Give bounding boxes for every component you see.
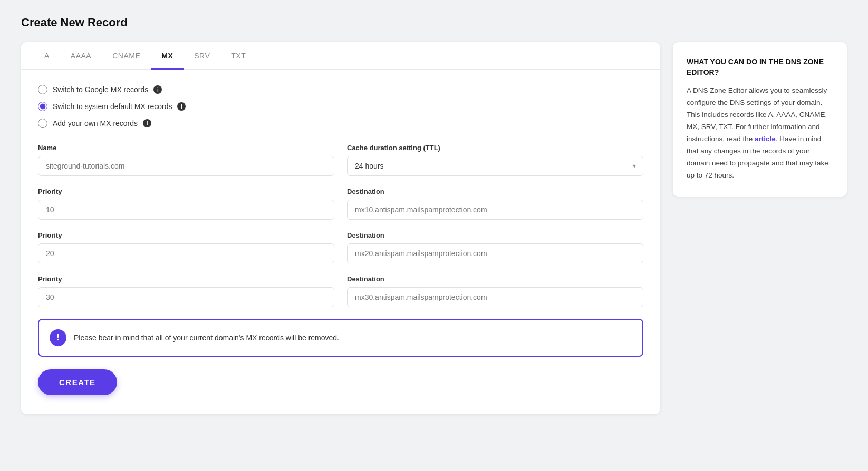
info-icon-own[interactable]: i bbox=[143, 119, 151, 127]
info-icon-google[interactable]: i bbox=[153, 85, 162, 94]
create-button[interactable]: CREATE bbox=[38, 369, 117, 395]
tab-cname[interactable]: CNAME bbox=[102, 42, 151, 70]
tab-aaaa[interactable]: AAAA bbox=[60, 42, 102, 70]
main-layout: A AAAA CNAME MX SRV TXT Switch to Google… bbox=[21, 42, 847, 414]
warning-box: ! Please bear in mind that all of your c… bbox=[38, 319, 643, 357]
ttl-group: Cache duration setting (TTL) 1 hour 4 ho… bbox=[347, 144, 643, 176]
priority-label-3: Priority bbox=[38, 275, 334, 283]
main-card: A AAAA CNAME MX SRV TXT Switch to Google… bbox=[21, 42, 660, 414]
priority-group-2: Priority bbox=[38, 231, 334, 263]
destination-group-2: Destination bbox=[347, 231, 643, 263]
priority-input-3[interactable] bbox=[38, 287, 334, 307]
radio-own-label: Add your own MX records bbox=[53, 119, 138, 127]
name-label: Name bbox=[38, 144, 334, 152]
priority-label-1: Priority bbox=[38, 188, 334, 195]
priority-group-1: Priority bbox=[38, 188, 334, 220]
tab-txt[interactable]: TXT bbox=[220, 42, 256, 70]
warning-icon: ! bbox=[50, 329, 66, 346]
mx-options-group: Switch to Google MX records i Switch to … bbox=[38, 85, 643, 128]
warning-text: Please bear in mind that all of your cur… bbox=[74, 333, 339, 342]
mx-row-1: Priority Destination bbox=[38, 188, 643, 220]
radio-system[interactable]: Switch to system default MX records i bbox=[38, 102, 643, 111]
radio-own-input[interactable] bbox=[38, 119, 47, 128]
tabs-bar: A AAAA CNAME MX SRV TXT bbox=[21, 42, 660, 70]
destination-input-2[interactable] bbox=[347, 243, 643, 263]
sidebar-body: A DNS Zone Editor allows you to seamless… bbox=[687, 85, 833, 182]
page-title: Create New Record bbox=[21, 16, 847, 30]
sidebar-text-part1: A DNS Zone Editor allows you to seamless… bbox=[687, 86, 827, 143]
destination-input-3[interactable] bbox=[347, 287, 643, 307]
sidebar-title: WHAT YOU CAN DO IN THE DNS ZONE EDITOR? bbox=[687, 57, 833, 77]
ttl-select-wrapper: 1 hour 4 hours 12 hours 24 hours 48 hour… bbox=[347, 156, 643, 176]
destination-group-1: Destination bbox=[347, 188, 643, 220]
name-group: Name bbox=[38, 144, 334, 176]
radio-system-label: Switch to system default MX records bbox=[53, 102, 172, 111]
name-ttl-row: Name Cache duration setting (TTL) 1 hour… bbox=[38, 144, 643, 176]
radio-google[interactable]: Switch to Google MX records i bbox=[38, 85, 643, 94]
tab-srv[interactable]: SRV bbox=[184, 42, 220, 70]
radio-system-input[interactable] bbox=[38, 102, 47, 111]
destination-input-1[interactable] bbox=[347, 200, 643, 220]
card-body: Switch to Google MX records i Switch to … bbox=[21, 70, 660, 414]
destination-group-3: Destination bbox=[347, 275, 643, 307]
priority-label-2: Priority bbox=[38, 231, 334, 239]
name-input[interactable] bbox=[38, 156, 334, 176]
sidebar-article-link[interactable]: article bbox=[755, 135, 776, 143]
ttl-label: Cache duration setting (TTL) bbox=[347, 144, 643, 152]
radio-google-input[interactable] bbox=[38, 85, 47, 94]
priority-input-1[interactable] bbox=[38, 200, 334, 220]
tab-mx[interactable]: MX bbox=[151, 42, 184, 70]
radio-own[interactable]: Add your own MX records i bbox=[38, 119, 643, 128]
mx-row-3: Priority Destination bbox=[38, 275, 643, 307]
priority-group-3: Priority bbox=[38, 275, 334, 307]
destination-label-2: Destination bbox=[347, 231, 643, 239]
info-icon-system[interactable]: i bbox=[177, 102, 186, 111]
destination-label-3: Destination bbox=[347, 275, 643, 283]
radio-google-label: Switch to Google MX records bbox=[53, 85, 148, 94]
sidebar-card: WHAT YOU CAN DO IN THE DNS ZONE EDITOR? … bbox=[673, 42, 847, 197]
tab-a[interactable]: A bbox=[34, 42, 60, 70]
priority-input-2[interactable] bbox=[38, 243, 334, 263]
mx-row-2: Priority Destination bbox=[38, 231, 643, 263]
destination-label-1: Destination bbox=[347, 188, 643, 195]
ttl-select[interactable]: 1 hour 4 hours 12 hours 24 hours 48 hour… bbox=[347, 156, 643, 176]
